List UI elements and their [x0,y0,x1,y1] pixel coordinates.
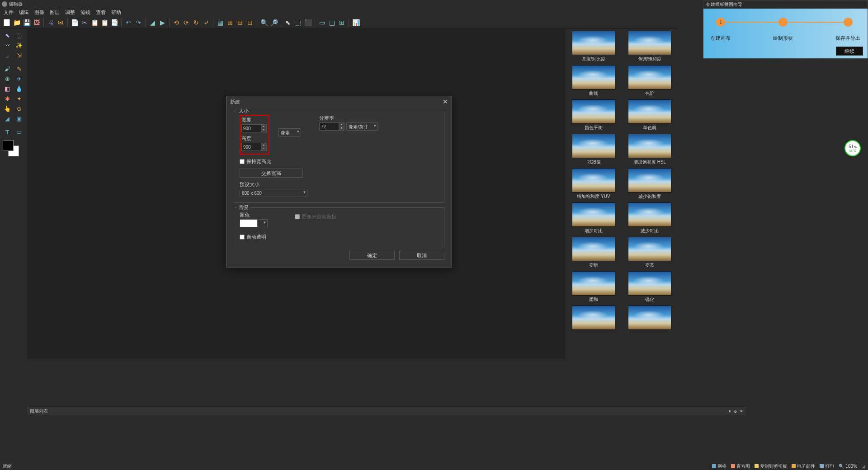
blur-tool[interactable]: 💧 [14,84,24,93]
preset-item[interactable]: 亮度/对比度 [567,31,620,62]
flip-h-icon[interactable]: ◢ [148,19,156,27]
grid3-icon[interactable]: ⊟ [236,19,244,27]
rotate-icon[interactable]: ↻ [192,19,200,27]
wand-tool[interactable]: ✨ [14,41,24,50]
pointer-tool[interactable]: ⬉ [2,31,13,40]
spin-up-icon[interactable]: ▴ [339,123,344,127]
height-input[interactable]: ▴▾ [241,143,267,151]
resolution-unit-select[interactable]: 像素/英寸 [346,122,378,131]
stamp-tool[interactable]: ⊙ [14,104,24,113]
width-input[interactable]: ▴▾ [241,124,267,132]
print-icon[interactable]: 🖨 [47,19,55,27]
preset-item[interactable]: 变亮 [623,237,676,268]
resolution-input[interactable]: ▴▾ [319,122,344,131]
flip-v-icon[interactable]: ▶ [158,19,166,27]
menu-adjust[interactable]: 调整 [65,9,75,16]
clipboard-icon[interactable]: 📋 [100,19,108,27]
preset-item[interactable]: 减少对比 [623,202,676,234]
preset-item[interactable]: 颜色平衡 [567,99,620,131]
effect-tool[interactable]: ✱ [2,94,13,103]
grid-icon[interactable]: ▦ [216,19,224,27]
pointer-icon[interactable]: ⬉ [284,19,292,27]
healing-tool[interactable]: ✦ [14,94,24,103]
preset-item[interactable]: 色调/饱和度 [623,31,676,62]
rotate2-icon[interactable]: ⤶ [202,19,210,27]
open-folder-icon[interactable]: 📁 [13,19,21,27]
zoom-in-icon[interactable]: 🔍 [260,19,268,27]
scan-icon[interactable]: 🖼 [33,19,41,27]
clone-tool[interactable]: ⊕ [2,74,13,83]
menu-file[interactable]: 文件 [4,9,14,16]
close-icon[interactable]: ✕ [443,98,448,105]
spin-down-icon[interactable]: ▾ [261,128,266,132]
layout2-icon[interactable]: ◫ [328,19,336,27]
spin-down-icon[interactable]: ▾ [339,127,344,130]
gradient-tool[interactable]: ◢ [2,114,13,123]
width-field[interactable] [241,124,261,132]
spin-up-icon[interactable]: ▴ [261,143,266,147]
preset-item[interactable] [623,306,676,331]
preset-item[interactable]: RGB值 [567,134,620,165]
redo-icon[interactable]: ↷ [134,19,142,27]
bg-color-dropdown[interactable] [258,219,268,227]
fg-color[interactable] [3,140,14,151]
preset-item[interactable]: 增加对比 [567,202,620,234]
menu-image[interactable]: 图像 [34,9,44,16]
preset-item[interactable]: 曲线 [567,65,620,97]
crop-icon[interactable]: ⬛ [304,19,312,27]
ok-button[interactable]: 确定 [349,251,395,260]
shape-tool[interactable]: ▭ [14,127,24,136]
new-file-icon[interactable] [3,19,11,27]
preset-item[interactable]: 单色调 [623,99,676,131]
menu-view[interactable]: 查看 [96,9,106,16]
cancel-button[interactable]: 取消 [399,251,444,260]
lasso-tool[interactable]: 〰 [2,41,13,50]
preset-item[interactable]: 柔和 [567,271,620,303]
preset-item[interactable] [567,306,620,331]
layout3-icon[interactable]: ⊞ [338,19,346,27]
keep-ratio-checkbox[interactable] [240,159,245,164]
rotate-r-icon[interactable]: ⟳ [182,19,190,27]
preset-item[interactable]: 减少饱和度 [623,168,676,200]
airbrush-tool[interactable]: ✈ [14,74,24,83]
spin-up-icon[interactable]: ▴ [261,125,266,128]
brush-tool[interactable]: 🖌 [2,64,13,73]
spin-down-icon[interactable]: ▾ [261,147,266,150]
smudge-tool[interactable]: 👆 [2,104,13,113]
unit-select[interactable]: 像素 [278,128,301,136]
preset-item[interactable]: 锐化 [623,271,676,303]
copy-icon[interactable]: 📋 [90,19,99,27]
save-icon[interactable]: 💾 [23,19,31,27]
preset-select[interactable]: 800 x 600 [240,189,307,197]
grid4-icon[interactable]: ⊡ [246,19,254,27]
text-tool[interactable]: T [2,127,13,136]
grid2-icon[interactable]: ⊞ [226,19,234,27]
eraser-tool[interactable]: ◧ [2,84,13,93]
swap-button[interactable]: 交换宽高 [240,169,303,178]
menu-layer[interactable]: 图层 [50,9,60,16]
rotate-l-icon[interactable]: ⟲ [172,19,180,27]
zoom-out-icon[interactable]: 🔎 [270,19,278,27]
paste-icon[interactable]: 📄 [71,19,79,27]
resize-icon[interactable]: ⬚ [294,19,302,27]
resolution-field[interactable] [319,122,339,131]
cut-icon[interactable]: ✂ [80,19,89,27]
preset-item[interactable]: 变暗 [567,237,620,268]
marquee-tool[interactable]: ⬚ [14,31,24,40]
histogram-icon[interactable]: 📊 [352,19,360,27]
preset-item[interactable]: 色阶 [623,65,676,97]
crop-tool[interactable]: ⇲ [14,51,24,60]
transparent-checkbox[interactable] [240,235,245,240]
height-field[interactable] [241,143,261,151]
undo-icon[interactable]: ↶ [124,19,132,27]
lasso2-tool[interactable]: ⟓ [2,51,13,60]
preset-item[interactable]: 增加饱和度 HSL [623,134,676,165]
preset-item[interactable]: 增加饱和度 YUV [567,168,620,200]
menu-filter[interactable]: 滤镜 [80,9,90,16]
bg-color-button[interactable] [240,219,258,227]
copy2-icon[interactable]: 📑 [110,19,118,27]
menu-edit[interactable]: 编辑 [19,9,29,16]
mail-icon[interactable]: ✉ [57,19,65,27]
menu-help[interactable]: 帮助 [111,9,121,16]
pencil-tool[interactable]: ✎ [14,64,24,73]
